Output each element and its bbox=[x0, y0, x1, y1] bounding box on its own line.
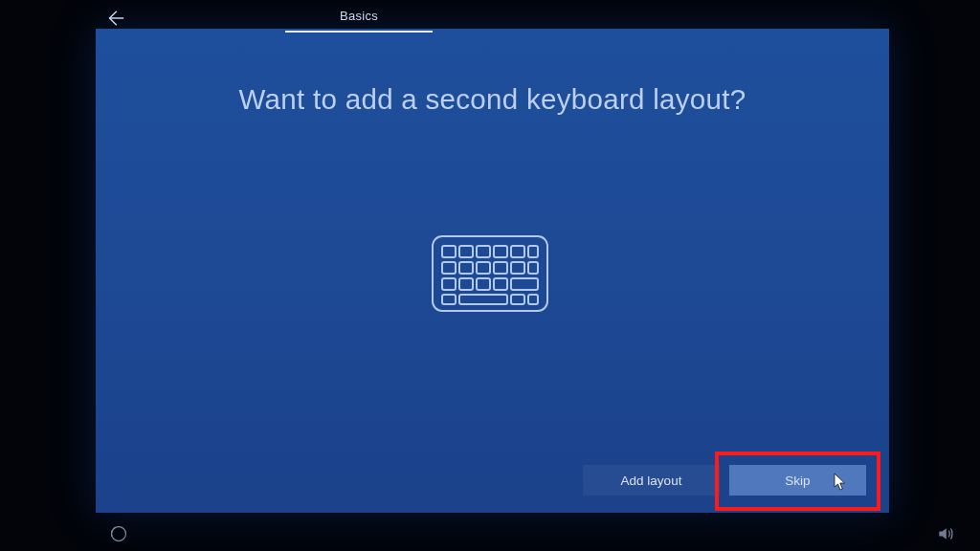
svg-rect-9 bbox=[477, 262, 490, 274]
skip-label: Skip bbox=[785, 474, 810, 488]
svg-rect-19 bbox=[459, 295, 507, 304]
svg-rect-16 bbox=[494, 278, 507, 290]
add-layout-label: Add layout bbox=[621, 474, 682, 488]
svg-rect-1 bbox=[442, 246, 456, 257]
svg-rect-14 bbox=[459, 278, 473, 290]
svg-rect-11 bbox=[511, 262, 524, 274]
svg-rect-5 bbox=[511, 246, 524, 257]
svg-rect-15 bbox=[477, 278, 490, 290]
page-title: Want to add a second keyboard layout? bbox=[96, 83, 889, 116]
svg-rect-2 bbox=[459, 246, 473, 257]
tab-basics[interactable]: Basics bbox=[285, 0, 433, 33]
back-arrow-icon[interactable] bbox=[104, 8, 125, 29]
svg-rect-21 bbox=[528, 295, 538, 304]
svg-rect-4 bbox=[494, 246, 507, 257]
svg-rect-18 bbox=[442, 295, 456, 304]
svg-rect-12 bbox=[528, 262, 538, 274]
svg-rect-20 bbox=[511, 295, 524, 304]
ease-of-access-icon[interactable] bbox=[109, 524, 128, 543]
svg-rect-10 bbox=[494, 262, 507, 274]
skip-button[interactable]: Skip bbox=[729, 465, 866, 496]
add-layout-button[interactable]: Add layout bbox=[583, 465, 720, 496]
svg-rect-6 bbox=[528, 246, 538, 257]
svg-rect-3 bbox=[477, 246, 490, 257]
svg-rect-8 bbox=[459, 262, 473, 274]
sound-icon[interactable] bbox=[936, 524, 955, 543]
tab-label: Basics bbox=[340, 9, 378, 23]
svg-rect-17 bbox=[511, 278, 538, 290]
svg-rect-13 bbox=[442, 278, 456, 290]
svg-rect-7 bbox=[442, 262, 456, 274]
keyboard-icon bbox=[0, 234, 980, 313]
